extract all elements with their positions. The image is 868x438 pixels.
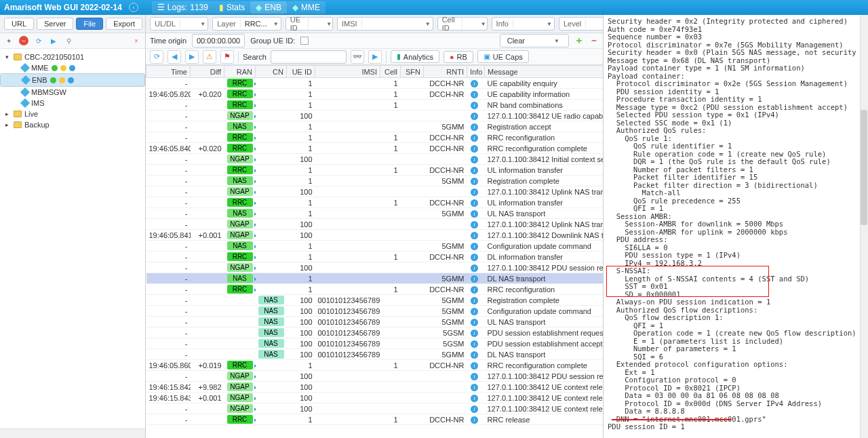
nav-next-icon[interactable]: ▶: [185, 50, 199, 64]
tab-url[interactable]: URL: [4, 18, 34, 30]
filter-uldl[interactable]: UL/DL▼: [150, 17, 208, 31]
detail-text[interactable]: Security header = 0x2 (Integrity protect…: [604, 15, 868, 434]
search-next-icon[interactable]: ▶: [368, 50, 382, 64]
info-icon[interactable]: i: [471, 373, 478, 380]
info-icon[interactable]: i: [471, 351, 478, 359]
clear-button[interactable]: Clear▼: [500, 34, 569, 47]
tree-node-mbmsgw[interactable]: MBMSGW: [0, 87, 145, 98]
info-icon[interactable]: i: [471, 319, 478, 326]
table-row[interactable]: -RRC▸11DCCH-NRiRRC reconfiguration: [146, 132, 604, 143]
table-row[interactable]: 19:46:05.841+0.001NGAP▸100i127.0.1.100:3…: [146, 230, 604, 241]
filter-level[interactable]: Level▼: [559, 17, 604, 31]
info-icon[interactable]: i: [471, 113, 478, 120]
info-icon[interactable]: i: [471, 145, 478, 153]
info-icon[interactable]: i: [471, 167, 478, 174]
nav-mme[interactable]: ◆ MME: [287, 1, 326, 14]
info-icon[interactable]: i: [471, 232, 478, 239]
table-row[interactable]: -NAS1000010101234567895GSMiPDU session e…: [146, 327, 604, 338]
chevron-right-icon[interactable]: ▸: [3, 121, 11, 128]
col-cell[interactable]: Cell: [380, 66, 401, 78]
col-sfn[interactable]: SFN: [401, 66, 424, 78]
info-icon[interactable]: i: [471, 102, 478, 109]
col-ueid[interactable]: UE ID: [287, 66, 315, 78]
table-row[interactable]: -NAS▸15GMMiDL NAS transport: [146, 273, 604, 284]
table-row[interactable]: -NGAP▸100i127.0.1.100:38412 Uplink NAS t…: [146, 186, 604, 197]
info-icon[interactable]: i: [471, 405, 478, 413]
table-row[interactable]: -NAS▸15GMMiConfiguration update command: [146, 241, 604, 252]
col-rnti[interactable]: RNTI: [424, 66, 467, 78]
table-row[interactable]: -NGAP▸100i127.0.1.100:38412 UE radio cap…: [146, 111, 604, 121]
info-icon[interactable]: i: [471, 243, 478, 250]
table-row[interactable]: 19:46:05.860+0.019RRC▸11DCCH-NRiRRC reco…: [146, 360, 604, 371]
info-icon[interactable]: i: [471, 156, 478, 163]
group-ueid-checkbox[interactable]: [300, 37, 309, 45]
nav-stats[interactable]: ▮ Stats: [214, 1, 250, 14]
tree-node-enb[interactable]: ENB: [0, 73, 145, 87]
info-icon[interactable]: i: [471, 91, 478, 98]
info-icon[interactable]: i: [471, 264, 478, 272]
info-icon[interactable]: i: [471, 178, 478, 185]
wand-icon[interactable]: ✦: [4, 36, 14, 45]
warning-icon[interactable]: ⚠: [203, 50, 216, 64]
table-row[interactable]: -NAS1000010101234567895GSMiPDU session e…: [146, 338, 604, 349]
table-row[interactable]: 19:46:15.842+9.982NGAP▸100i127.0.1.100:3…: [146, 382, 604, 393]
table-row[interactable]: -NGAP▸100i127.0.1.100:38412 PDU session …: [146, 262, 604, 273]
filter-layer[interactable]: LayerRRC...▼: [212, 17, 281, 31]
info-icon[interactable]: i: [471, 134, 478, 142]
flag-icon[interactable]: ⚑: [220, 50, 234, 64]
info-icon[interactable]: i: [471, 123, 478, 131]
filter-ueid[interactable]: UE ID▼: [285, 17, 333, 31]
table-row[interactable]: -RRC▸11iNR band combinations: [146, 100, 604, 111]
chevron-down-icon[interactable]: ▾: [3, 54, 11, 60]
table-row[interactable]: -NGAP▸100i127.0.1.100:38412 Initial cont…: [146, 154, 604, 165]
info-icon[interactable]: i: [471, 362, 478, 370]
info-icon[interactable]: i: [471, 395, 478, 402]
info-icon[interactable]: i: [471, 340, 478, 348]
info-icon[interactable]: i: [471, 384, 478, 391]
col-diff[interactable]: Diff: [191, 66, 224, 78]
info-icon[interactable]: i: [471, 297, 478, 304]
tree-live[interactable]: ▸ Live: [0, 108, 145, 119]
time-origin-input[interactable]: 00:00:00.000: [192, 34, 245, 47]
add-icon[interactable]: ＋: [574, 35, 584, 47]
play-icon[interactable]: ▶: [49, 36, 58, 45]
info-icon[interactable]: i: [471, 416, 478, 424]
info-icon[interactable]: i: [471, 188, 478, 196]
table-row[interactable]: 19:46:05.840+0.020RRC▸11DCCH-NRiRRC reco…: [146, 143, 604, 154]
export-button[interactable]: Export: [106, 18, 142, 30]
nav-prev-icon[interactable]: ◀: [167, 50, 181, 64]
table-row[interactable]: -NAS▸15GMMiRegistration complete: [146, 176, 604, 186]
vscrollbar[interactable]: [860, 15, 868, 438]
filter-cellid[interactable]: Cell ID▼: [437, 17, 488, 31]
refresh-icon[interactable]: ⟳: [150, 50, 163, 64]
table-row[interactable]: -RRC▸11DCCH-NRiDL information transfer: [146, 252, 604, 262]
tab-file[interactable]: File: [76, 18, 103, 30]
nav-enb[interactable]: ◆ ENB: [250, 1, 287, 14]
rb-button[interactable]: ●RB: [443, 51, 473, 63]
stop-icon[interactable]: −: [19, 36, 28, 45]
col-time[interactable]: Time: [146, 66, 191, 78]
table-row[interactable]: -RRC▸11DCCH-NRiUL information transfer: [146, 197, 604, 208]
tab-server[interactable]: Server: [37, 18, 73, 30]
table-row[interactable]: -NAS1000010101234567895GMMiConfiguration…: [146, 306, 604, 317]
chevron-right-icon[interactable]: ▸: [3, 111, 11, 117]
table-row[interactable]: -RRC▸11DCCH-NRiRRC reconfiguration: [146, 284, 604, 295]
table-row[interactable]: 19:46:05.820+0.020RRC▸11DCCH-NRiUE capab…: [146, 89, 604, 100]
vscroll-thumb[interactable]: [861, 110, 867, 225]
search-input[interactable]: [271, 50, 347, 64]
info-icon[interactable]: i: [471, 308, 478, 315]
tree-root[interactable]: ▾ CBC-2021050101: [0, 52, 145, 62]
remove-icon[interactable]: －: [589, 35, 599, 47]
nav-logs[interactable]: ☰ Logs: 1139: [152, 1, 214, 14]
col-imsi[interactable]: IMSI: [315, 66, 380, 78]
col-ran[interactable]: RAN: [224, 66, 256, 78]
table-row[interactable]: -NGAP▸100i127.0.1.100:38412 Uplink NAS t…: [146, 219, 604, 230]
info-icon[interactable]: i: [471, 210, 478, 218]
tree-node-mme[interactable]: MME: [0, 62, 145, 73]
table-row[interactable]: -NGAP▸100i127.0.1.100:38412 PDU session …: [146, 371, 604, 382]
table-row[interactable]: -NAS1000010101234567895GMMiUL NAS transp…: [146, 317, 604, 327]
table-row[interactable]: -NGAP▸100i127.0.1.100:38412 UE context r…: [146, 403, 604, 414]
table-row[interactable]: -RRC▸11DCCH-NRiUL information transfer: [146, 165, 604, 176]
col-info[interactable]: Info: [467, 66, 485, 78]
table-row[interactable]: -RRC▸11DCCH-NRiRRC release: [146, 414, 604, 425]
